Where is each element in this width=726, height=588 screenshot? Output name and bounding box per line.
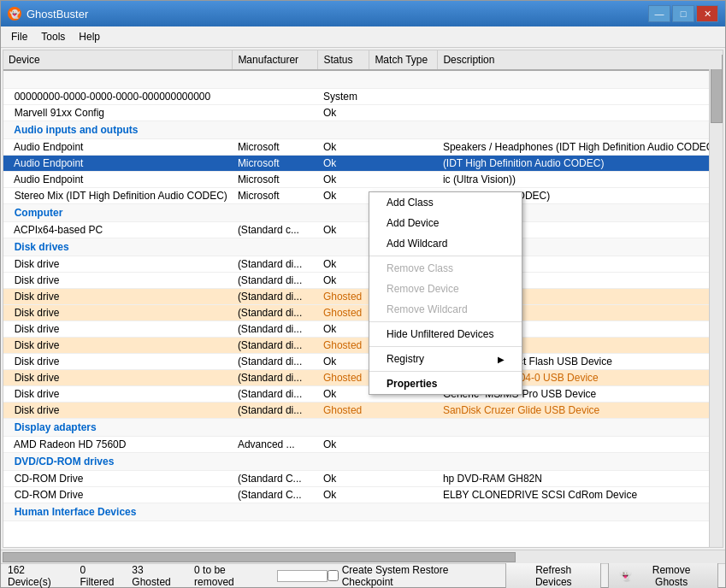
maximize-button[interactable]: □ <box>672 5 694 22</box>
ghosted-count: 33 Ghosted <box>132 564 184 588</box>
table-row[interactable]: CD-ROM Drive (Standard C... Ok ELBY CLON… <box>3 487 723 503</box>
vertical-scrollbar[interactable] <box>709 50 723 547</box>
table-row[interactable]: Disk drive (Standard di... Ok Generic- C… <box>3 354 723 370</box>
to-remove-count: 0 to be removed <box>194 564 267 588</box>
close-button[interactable]: ✕ <box>696 5 718 22</box>
table-row[interactable]: Audio Endpoint Microsoft Ok Speakers / H… <box>3 139 723 156</box>
table-row[interactable]: Human Interface Devices <box>3 503 723 521</box>
table-row[interactable]: Disk drive (Standard di... Ghosted 2A7B2 <box>3 305 723 321</box>
col-manufacturer: Manufacturer <box>233 50 318 70</box>
status-actions: Create System Restore Checkpoint Refresh… <box>328 560 718 589</box>
filtered-count: 0 Filtered <box>80 564 121 588</box>
restore-checkpoint-label[interactable]: Create System Restore Checkpoint <box>328 564 499 588</box>
context-menu: Add ClassAdd DeviceAdd WildcardRemove Cl… <box>369 191 522 395</box>
col-matchtype: Match Type <box>369 50 438 70</box>
table-row[interactable]: Audio Endpoint Microsoft Ok (IDT High De… <box>3 156 723 172</box>
menu-bar: File Tools Help <box>1 26 725 48</box>
restore-checkpoint-text: Create System Restore Checkpoint <box>342 564 499 588</box>
col-device: Device <box>3 50 233 70</box>
title-bar: 👻 GhostBuster — □ ✕ <box>1 1 725 26</box>
restore-checkpoint-checkbox[interactable] <box>328 570 339 581</box>
table-row[interactable]: Disk drive (Standard di... Ok Generic- M… <box>3 386 723 403</box>
main-content: Device Manufacturer Status Match Type De… <box>1 48 725 563</box>
ctx-item-label: Add Device <box>387 217 439 229</box>
device-table-container[interactable]: Device Manufacturer Status Match Type De… <box>3 50 723 548</box>
menu-help[interactable]: Help <box>72 28 107 45</box>
remove-ghosts-label: Remove Ghosts <box>635 564 707 588</box>
device-count: 162 Device(s) <box>8 564 69 588</box>
table-row[interactable]: Audio inputs and outputs <box>3 121 723 139</box>
context-menu-item[interactable]: Add Class <box>369 192 522 213</box>
table-row[interactable]: Disk drive (Standard di... Ghosted <box>3 338 723 354</box>
col-status: Status <box>318 50 369 70</box>
ctx-item-label: Properties <box>387 378 437 390</box>
table-row[interactable]: AMD Radeon HD 7560D Advanced ... Ok <box>3 437 723 453</box>
status-bar: 162 Device(s) 0 Filtered 33 Ghosted 0 to… <box>1 563 725 587</box>
context-menu-separator <box>369 256 522 256</box>
table-row[interactable]: CD-ROM Drive (Standard C... Ok hp DVD-RA… <box>3 471 723 487</box>
table-row[interactable] <box>3 70 723 89</box>
table-row[interactable]: DVD/CD-ROM drives <box>3 453 723 471</box>
ctx-item-label: Add Wildcard <box>387 238 447 250</box>
refresh-devices-button[interactable]: Refresh Devices <box>505 560 601 589</box>
window-title: GhostBuster <box>27 8 88 21</box>
table-row[interactable]: Audio Endpoint Microsoft Ok ic (Ultra Vi… <box>3 172 723 188</box>
context-menu-item[interactable]: Registry▶ <box>369 349 522 369</box>
context-menu-separator <box>369 346 522 347</box>
table-row[interactable]: Disk drive (Standard di... Ghosted SanDi… <box>3 403 723 419</box>
ctx-item-label: Remove Wildcard <box>387 303 468 315</box>
context-menu-item[interactable]: Hide Unfiltered Devices <box>369 324 522 344</box>
context-menu-item[interactable]: Properties <box>369 373 522 394</box>
progress-bar <box>277 570 328 582</box>
table-row[interactable]: 00000000-0000-0000-0000-000000000000 Sys… <box>3 89 723 105</box>
col-description: Description <box>438 50 723 70</box>
menu-file[interactable]: File <box>4 28 34 45</box>
table-row[interactable]: Display adapters <box>3 419 723 437</box>
status-info: 162 Device(s) 0 Filtered 33 Ghosted 0 to… <box>8 564 328 588</box>
app-icon: 👻 <box>8 7 21 21</box>
ctx-item-label: Remove Device <box>387 283 459 295</box>
table-row[interactable]: Disk drive (Standard di... Ghosted IC25N… <box>3 370 723 386</box>
table-row[interactable]: Disk drives <box>3 238 723 256</box>
device-table: Device Manufacturer Status Match Type De… <box>3 50 723 521</box>
table-row[interactable]: ACPIx64-based PC (Standard c... Ok <box>3 222 723 238</box>
remove-ghosts-button[interactable]: 👻 Remove Ghosts <box>608 560 718 589</box>
table-row[interactable]: Disk drive (Standard di... Ok <box>3 273 723 289</box>
ctx-item-label: Hide Unfiltered Devices <box>387 328 493 340</box>
table-row[interactable]: Stereo Mix (IDT High Definition Audio CO… <box>3 188 723 204</box>
context-menu-item: Remove Wildcard <box>369 299 522 320</box>
h-scroll-thumb[interactable] <box>3 552 516 562</box>
context-menu-item[interactable]: Add Device <box>369 213 522 233</box>
table-row[interactable]: Computer <box>3 204 723 222</box>
horizontal-scrollbar[interactable] <box>1 550 725 563</box>
submenu-arrow: ▶ <box>498 355 505 364</box>
window-controls: — □ ✕ <box>648 5 718 22</box>
context-menu-item[interactable]: Add Wildcard <box>369 233 522 254</box>
main-window: 👻 GhostBuster — □ ✕ File Tools Help Devi… <box>0 0 726 588</box>
table-row[interactable]: Disk drive (Standard di... Ok <box>3 256 723 273</box>
ctx-item-label: Remove Class <box>387 262 453 274</box>
context-menu-item: Remove Device <box>369 279 522 299</box>
context-menu-separator <box>369 321 522 322</box>
menu-tools[interactable]: Tools <box>34 28 72 45</box>
context-menu-separator <box>369 371 522 372</box>
table-row[interactable]: Marvell 91xx Config Ok <box>3 105 723 121</box>
ghost-icon: 👻 <box>619 570 632 582</box>
ctx-item-label: Registry <box>387 353 424 365</box>
table-row[interactable]: Disk drive (Standard di... Ok 2 <box>3 321 723 338</box>
table-row[interactable]: Disk drive (Standard di... Ghosted <box>3 289 723 305</box>
ctx-item-label: Add Class <box>387 197 434 209</box>
minimize-button[interactable]: — <box>648 5 670 22</box>
context-menu-item: Remove Class <box>369 258 522 279</box>
